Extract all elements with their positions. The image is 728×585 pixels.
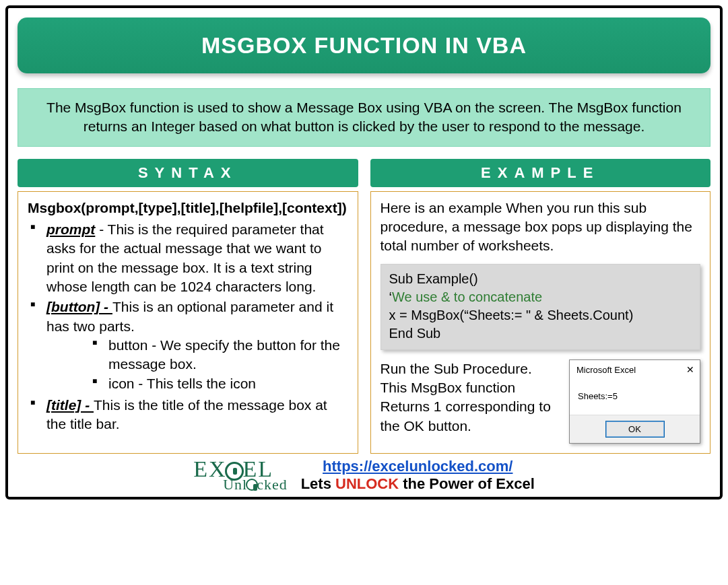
dialog-title: Microsoft Excel [576,364,636,376]
tag-before: Lets [301,475,335,492]
param-button-sub2: icon - This tells the icon [92,374,348,393]
dialog-footer: OK [570,415,700,444]
tag-unlock: UNLOCK [335,475,399,492]
param-button-sub1: button - We specify the button for the m… [92,336,348,374]
syntax-column: SYNTAX Msgbox(prompt,[type],[title],[hel… [18,159,358,454]
intro-text: The MsgBox function is used to show a Me… [18,88,710,147]
ok-button[interactable]: OK [605,421,665,438]
close-icon[interactable]: ✕ [686,365,694,374]
param-prompt: prompt - This is the required parameter … [28,220,348,296]
footer-text: https://excelunlocked.com/ Lets UNLOCK t… [301,458,535,493]
tag-after: the Power of Excel [399,475,535,492]
example-column: EXAMPLE Here is an example When you run … [370,159,711,454]
brand-logo: EXEL Unlcked [193,459,288,491]
dialog-titlebar: Microsoft Excel ✕ [570,360,700,380]
code-line-4: End Sub [389,324,692,343]
example-heading: EXAMPLE [370,159,711,187]
footer: EXEL Unlcked https://excelunlocked.com/ … [18,458,710,493]
syntax-body: Msgbox(prompt,[type],[title],[helpfile],… [18,191,358,454]
param-button: [button] - This is an optional parameter… [28,298,348,393]
page-title: MSGBOX FUNCTION IN VBA [18,18,710,73]
param-title-name: [title] - [46,397,94,413]
example-after: Run the Sub Procedure. This MsgBox funct… [380,359,560,436]
dialog-body: Sheets:=5 [570,380,700,415]
code-line-1: Sub Example() [389,270,692,288]
syntax-heading: SYNTAX [18,159,358,187]
msgbox-dialog: Microsoft Excel ✕ Sheets:=5 OK [569,359,700,444]
param-prompt-name: prompt [46,221,95,237]
param-title: [title] - This is the title of the messa… [28,396,348,434]
syntax-signature: Msgbox(prompt,[type],[title],[helpfile],… [28,199,348,217]
code-line-2: ‘We use & to concatenate [389,288,692,306]
example-body: Here is an example When you run this sub… [370,191,711,454]
code-comment: We use & to concatenate [392,289,542,304]
columns: SYNTAX Msgbox(prompt,[type],[title],[hel… [18,159,710,454]
example-lead: Here is an example When you run this sub… [380,199,701,256]
lock-icon-small [246,479,258,491]
footer-link[interactable]: https://excelunlocked.com/ [323,458,512,475]
param-button-name: [button] - [46,299,112,314]
document-frame: MSGBOX FUNCTION IN VBA The MsgBox functi… [5,5,723,500]
code-line-3: x = MsgBox(“Sheets:= " & Sheets.Count) [389,306,692,324]
code-block: Sub Example() ‘We use & to concatenate x… [380,264,701,350]
